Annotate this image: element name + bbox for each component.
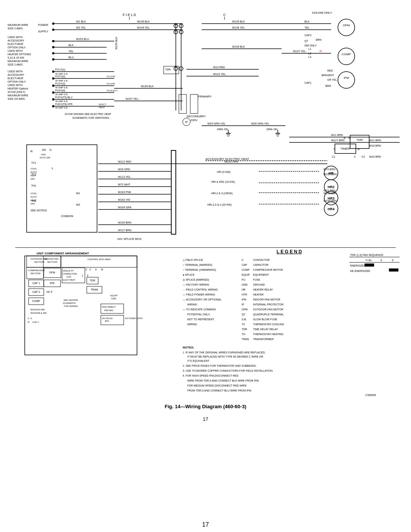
legend-tran-desc: TRANSFORMER xyxy=(253,338,274,340)
note1-line3: IT'S EQUIVALENT. xyxy=(187,359,210,363)
legend-ifm-code: IFM xyxy=(242,298,246,301)
legend-ifm-desc: INDOOR FAN MOTOR xyxy=(253,298,280,301)
y-label: Y xyxy=(51,167,53,170)
legend-th-desc: THERMOSTAT-HEATING xyxy=(253,333,284,335)
blk-label: BLK xyxy=(304,20,310,23)
hk2-symbol: ⊞ xyxy=(174,29,177,32)
40amp-sb-label1: 40 AMP S.B. xyxy=(55,73,68,75)
r-bot-label: R xyxy=(28,321,30,323)
r-label: R xyxy=(30,150,33,153)
tdr-right-label: TDR xyxy=(357,138,363,142)
l1-label: L1 xyxy=(308,48,311,50)
w149-label: W149 YEL xyxy=(137,26,150,29)
six-label: 6 xyxy=(392,259,393,262)
w162-label: W162 VIO xyxy=(118,198,131,201)
brn-wht-label: BRN/WHT xyxy=(322,74,334,77)
grn-yel-label1: GRN-YEL xyxy=(217,128,229,131)
legend-terminal-unmarked: ○ TERMINAL (UNMARKED) xyxy=(183,268,216,272)
note2: 2. SEE PRICE PAGES FOR THERMOSTAT AND SU… xyxy=(183,364,256,367)
legend-htr-code: HTR xyxy=(242,293,247,296)
legend-to-indicate: — TO INDICATE COMMON xyxy=(183,308,216,311)
comp-unit-label: COMP xyxy=(32,300,40,302)
w121-label: W121 RED xyxy=(118,160,131,163)
compressor-section-label: COMPRESSOR xyxy=(28,269,45,272)
hr4-circle-label: HR4 xyxy=(328,207,335,211)
legend-field-control: - - FIELD CONTROL WIRING xyxy=(183,288,218,291)
max-wire-3-label: MAXIMUM WIRE xyxy=(8,94,28,97)
note4-line1: 4. FOR HIGH SPEED IFM,DISCONNECT RED xyxy=(183,374,239,377)
fu3-label: FU3 K(3) xyxy=(55,82,65,85)
bottom-page-number: 17 xyxy=(202,521,209,528)
brn-label1: BRN xyxy=(316,38,322,41)
fu6-label: FU6 K(T6) HTR xyxy=(55,103,73,106)
yel-label2: YEL xyxy=(68,50,73,53)
w163-label: W163 PNK xyxy=(118,191,131,193)
w1-blk-label: W1 BLK xyxy=(76,20,86,23)
legend-htr-desc: HEATER xyxy=(253,293,264,296)
w137-r-label: R xyxy=(320,50,322,53)
legend-tc-code: TC xyxy=(242,323,245,326)
c2-label: C2 xyxy=(362,155,365,158)
20kw-shown-label: 20 KW SHOWN SEE ELECTRIC HEAT xyxy=(65,113,112,115)
t30-label: T+30 xyxy=(365,259,371,262)
to-elect: TO ELECT xyxy=(107,89,118,92)
hr-circle-label: HR xyxy=(329,171,334,175)
indoor-fan-section-label: INDOOR FAN xyxy=(44,258,58,260)
hk1-symbol: ⊞ xyxy=(174,22,177,26)
max-wire-label2: SIZE 2 AWG. xyxy=(8,27,23,30)
used-with-label3: USED WITH xyxy=(8,84,22,86)
5-10-15kw-label: 5,10 & 15 KW xyxy=(8,56,24,59)
for-label: FOR xyxy=(67,276,71,278)
legend-potential: POTENTIAL ONLY; xyxy=(187,313,210,316)
fu4-label: FU4 K(4) xyxy=(55,89,65,92)
24v-power-label: 24V POWER ENTRY xyxy=(125,317,143,320)
legend-ofm-desc: OUTDOOR FAN MOTOR xyxy=(253,308,283,311)
w10-brn-2: W10 BRN xyxy=(369,155,381,158)
legend-title: L E G E N D xyxy=(277,249,302,254)
c99005-label: C99005 xyxy=(365,393,376,397)
brn-label2: BRN xyxy=(325,85,331,87)
c1-label: C1 xyxy=(332,155,335,158)
legend-field-power: — FIELD POWER WIRING xyxy=(183,293,215,296)
a-label-tdr: A xyxy=(344,137,346,139)
timer-label: TIMER xyxy=(341,147,350,150)
note1-line1: 1. IF ANY OF THE ORIGINAL WIRES FURNISHE… xyxy=(183,351,266,354)
w127-brn-label: W127 BRN xyxy=(331,139,344,142)
per-nec-label: PER NEC xyxy=(104,309,113,312)
w146-label: W146 BLK xyxy=(137,20,150,23)
heat-label1: HEAT xyxy=(30,174,37,177)
elect-heat-unit-label: ELECT.HEAT xyxy=(63,279,76,281)
legend-tran-code: TRAN xyxy=(242,338,249,340)
legend-ip-desc: INTERNAL PROTECTOR xyxy=(253,303,284,306)
svg-point-6 xyxy=(52,29,54,31)
legend-hr-desc: HEATER RELAY xyxy=(253,288,273,291)
section-label3: SECTION xyxy=(47,261,57,263)
ifm-label: IFM xyxy=(344,76,349,80)
legend-tc-desc: THERMOSTAT-COOLING xyxy=(253,323,284,326)
w11-brn-2: W11 BRN xyxy=(369,139,381,142)
fu5-label: FU5 K(T5)-BLU xyxy=(55,96,72,99)
hr1-hr2-10kw-label: HRI & HR2 (10 KW) xyxy=(211,181,235,184)
primary-label: PRIMARY xyxy=(198,95,212,98)
equip-gnd-label: EQUIP. xyxy=(110,294,118,297)
legend-comp-code: COMP xyxy=(242,268,250,271)
hk3-symbol: ⊞ xyxy=(174,65,177,69)
cap1-unit-label: CAP 1 xyxy=(32,282,40,284)
w156-label: W156 BLK xyxy=(141,85,154,88)
legend-th-code: TH xyxy=(242,333,245,335)
box-lower-label: BOX xyxy=(105,320,109,322)
legend-gnd-code: GND xyxy=(242,283,248,286)
w6-label: W16 GRN xyxy=(118,168,130,171)
zero-label: 0 xyxy=(381,259,382,262)
legend-qt-desc: QUADRUPLE TERMINAL xyxy=(253,313,284,316)
connection-label: CONNECTION xyxy=(63,273,77,275)
w141-label: W141 YEL xyxy=(213,73,226,75)
legend-hr-code: HR xyxy=(242,288,245,291)
ofm-unit-label: OFM xyxy=(49,271,55,274)
th1-label: TH1 xyxy=(31,184,36,187)
tran-unit-label: TRAN xyxy=(91,288,98,291)
legend-terminal-marked: ○ TERMINAL (MARKED) xyxy=(183,264,212,267)
b-label-timer: B xyxy=(358,148,360,150)
g-label: G xyxy=(49,149,51,151)
w127-brn-lower-label: W127 BRN xyxy=(118,229,131,232)
